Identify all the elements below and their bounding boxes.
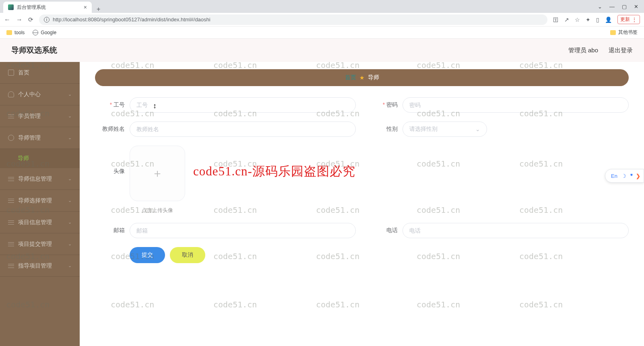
bookmark-label: 其他书签 [618, 29, 638, 36]
user-icon [8, 91, 14, 97]
sidebar-item-student[interactable]: 学员管理 ⌄ [0, 105, 80, 127]
sidebar: 首页 个人中心 ⌄ 学员管理 ⌄ 导师管理 ⌄ 导师 导师信息管理 ⌄ 导师选择… [0, 62, 80, 346]
folder-icon [6, 30, 12, 35]
sidebar-item-project-submit[interactable]: 项目提交管理 ⌄ [0, 233, 80, 255]
header-right: 管理员 abo 退出登录 [568, 47, 633, 54]
input-youxiang[interactable] [130, 223, 356, 238]
chevron-down-icon: ⌄ [68, 241, 72, 247]
label-mima: 密码 [368, 101, 398, 109]
sidebar-item-mentor-info[interactable]: 导师信息管理 ⌄ [0, 168, 80, 190]
reload-icon[interactable]: ⟳ [28, 16, 33, 23]
list-icon [8, 220, 14, 224]
bookmark-tools[interactable]: tools [6, 30, 25, 35]
sidebar-item-label: 指导项目管理 [18, 262, 52, 270]
sidebar-item-mentor-select[interactable]: 导师选择管理 ⌄ [0, 190, 80, 212]
form-item-youxiang: 邮箱 [95, 223, 356, 238]
list-icon [8, 264, 14, 268]
submit-button[interactable]: 提交 [130, 247, 165, 263]
toolbar-right: ⚿ ↗ ☆ ✦ ▯ 👤 更新 [553, 15, 640, 24]
form-row-avatar: 头像 ＋ 点击上传头像 [95, 146, 629, 214]
sidebar-item-label: 导师信息管理 [18, 175, 52, 183]
select-placeholder: 请选择性别 [409, 126, 438, 133]
app-title: 导师双选系统 [11, 45, 57, 56]
form-item-xingbie: 性别 请选择性别 ⌄ [368, 122, 629, 137]
url-bar[interactable]: i http://localhost:8080/springboot05127/… [39, 14, 547, 25]
list-icon [8, 114, 14, 118]
breadcrumb: 首页 ★ 导师 [95, 69, 629, 86]
form-row-1: 工号 密码 [95, 97, 629, 113]
share-icon[interactable]: ↗ [564, 16, 569, 23]
avatar-upload[interactable]: ＋ [130, 146, 185, 201]
new-tab-icon[interactable]: + [92, 6, 105, 13]
sidebar-item-project-info[interactable]: 项目信息管理 ⌄ [0, 212, 80, 233]
logout-link[interactable]: 退出登录 [609, 47, 633, 54]
folder-icon [610, 30, 616, 35]
form-item-jiaoshi: 教师姓名 [95, 122, 356, 137]
chevron-down-icon: ⌄ [68, 92, 72, 97]
tab-close-icon[interactable]: × [84, 4, 87, 10]
site-info-icon[interactable]: i [44, 17, 50, 23]
chevron-down-icon: ⌄ [68, 198, 72, 203]
browser-tab-active[interactable]: 后台管理系统 × [3, 2, 92, 13]
sidebar-item-label: 学员管理 [18, 113, 41, 120]
input-dianhua[interactable] [402, 223, 629, 238]
update-button[interactable]: 更新 [617, 15, 640, 24]
input-jiaoshi[interactable] [130, 122, 356, 137]
key-icon[interactable]: ⚿ [553, 16, 559, 23]
back-icon[interactable]: ← [4, 16, 10, 23]
sidebar-subitem-mentor[interactable]: 导师 [0, 149, 80, 168]
breadcrumb-home[interactable]: 首页 [345, 74, 356, 81]
profile-icon[interactable]: 👤 [605, 16, 612, 23]
forward-icon[interactable]: → [16, 16, 23, 23]
home-icon [8, 70, 14, 76]
plus-icon: ＋ [152, 166, 163, 181]
input-gonghao[interactable] [130, 97, 356, 113]
star-icon[interactable]: ☆ [575, 16, 580, 23]
minimize-icon[interactable]: — [609, 4, 615, 10]
select-xingbie[interactable]: 请选择性别 ⌄ [402, 122, 487, 137]
current-user[interactable]: 管理员 abo [568, 47, 598, 54]
bookmark-label: tools [14, 30, 25, 35]
cancel-button[interactable]: 取消 [170, 247, 205, 263]
form-row-3: 邮箱 电话 [95, 223, 629, 238]
sidebar-item-label: 项目提交管理 [18, 241, 52, 248]
input-mima[interactable] [402, 97, 629, 113]
bookmark-label: Google [41, 30, 56, 35]
form-row-2: 教师姓名 性别 请选择性别 ⌄ [95, 122, 629, 137]
breadcrumb-current: 导师 [368, 74, 379, 81]
chevron-down-icon: ⌄ [68, 176, 72, 181]
sidebar-item-mentor-mgmt[interactable]: 导师管理 ⌄ [0, 127, 80, 149]
label-youxiang: 邮箱 [95, 227, 125, 234]
maximize-icon[interactable]: ▢ [622, 4, 627, 10]
panel-icon[interactable]: ▯ [596, 16, 599, 23]
bookmarks-bar: tools Google 其他书签 [0, 27, 644, 39]
sidebar-item-label: 项目信息管理 [18, 219, 52, 226]
moon-icon[interactable]: ☽ [621, 173, 626, 179]
sidebar-item-guide-project[interactable]: 指导项目管理 ⌄ [0, 255, 80, 277]
list-icon [8, 242, 14, 246]
form-item-mima: 密码 [368, 97, 629, 113]
avatar-hint: 点击上传头像 [142, 207, 173, 214]
sidebar-item-profile[interactable]: 个人中心 ⌄ [0, 84, 80, 105]
chevron-down-icon[interactable]: ⌄ [598, 4, 602, 10]
clock-icon [8, 135, 14, 141]
list-icon [8, 199, 14, 203]
button-row: 提交 取消 [130, 247, 629, 263]
bookmark-google[interactable]: Google [33, 30, 56, 35]
content-area: 首页 ★ 导师 工号 密码 教师姓名 性别 请选择性别 ⌄ [80, 62, 644, 346]
sidebar-item-label: 个人中心 [18, 91, 41, 98]
widget-lang[interactable]: En [611, 173, 617, 179]
browser-tab-strip: 后台管理系统 × + ⌄ — ▢ ✕ [0, 0, 644, 13]
list-icon [8, 177, 14, 181]
quotes-icon[interactable]: ❜❜ [630, 173, 632, 179]
form-item-dianhua: 电话 [368, 223, 629, 238]
app-header: 导师双选系统 管理员 abo 退出登录 [0, 39, 644, 62]
chevron-right-icon[interactable]: ❯ [636, 173, 640, 179]
bookmark-other[interactable]: 其他书签 [610, 29, 638, 36]
sidebar-item-home[interactable]: 首页 [0, 62, 80, 84]
sidebar-item-label: 导师选择管理 [18, 197, 52, 204]
puzzle-icon[interactable]: ✦ [586, 16, 590, 23]
globe-icon [33, 30, 38, 35]
side-widget[interactable]: En ☽ ❜❜ ❯ [605, 169, 644, 183]
close-window-icon[interactable]: ✕ [634, 4, 638, 10]
